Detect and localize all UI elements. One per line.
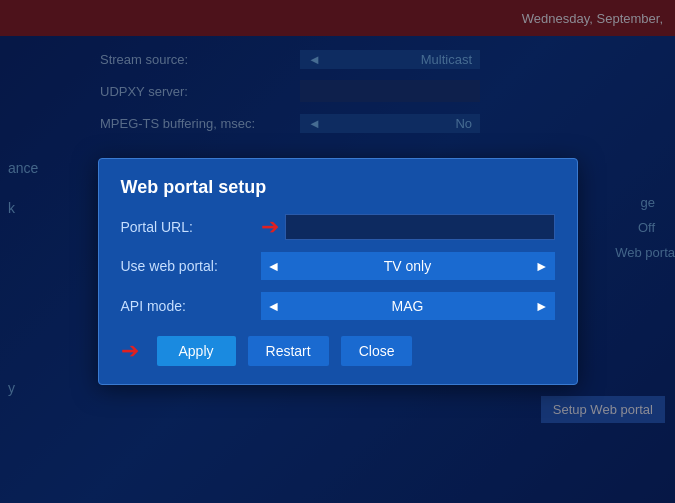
web-portal-setup-dialog: Web portal setup Portal URL: ➔ Use web p… — [98, 158, 578, 385]
use-web-portal-label: Use web portal: — [121, 258, 261, 274]
portal-url-label: Portal URL: — [121, 219, 261, 235]
red-arrow-apply-icon: ➔ — [121, 340, 139, 362]
red-arrow-portal-icon: ➔ — [261, 216, 279, 238]
use-web-portal-arrow-left[interactable]: ◄ — [261, 258, 287, 274]
use-web-portal-row: Use web portal: ◄ TV only ► — [121, 252, 555, 280]
button-row: ➔ Apply Restart Close — [121, 336, 555, 366]
use-web-portal-select[interactable]: ◄ TV only ► — [261, 252, 555, 280]
close-button[interactable]: Close — [341, 336, 413, 366]
api-mode-label: API mode: — [121, 298, 261, 314]
portal-url-input[interactable] — [285, 214, 555, 240]
api-mode-select[interactable]: ◄ MAG ► — [261, 292, 555, 320]
restart-button[interactable]: Restart — [248, 336, 329, 366]
modal-overlay: Web portal setup Portal URL: ➔ Use web p… — [0, 0, 675, 503]
api-mode-row: API mode: ◄ MAG ► — [121, 292, 555, 320]
api-mode-arrow-right[interactable]: ► — [529, 298, 555, 314]
apply-button[interactable]: Apply — [157, 336, 236, 366]
modal-title: Web portal setup — [121, 177, 555, 198]
use-web-portal-value: TV only — [286, 258, 528, 274]
portal-url-row: Portal URL: ➔ — [121, 214, 555, 240]
api-mode-value: MAG — [286, 298, 528, 314]
use-web-portal-arrow-right[interactable]: ► — [529, 258, 555, 274]
api-mode-arrow-left[interactable]: ◄ — [261, 298, 287, 314]
